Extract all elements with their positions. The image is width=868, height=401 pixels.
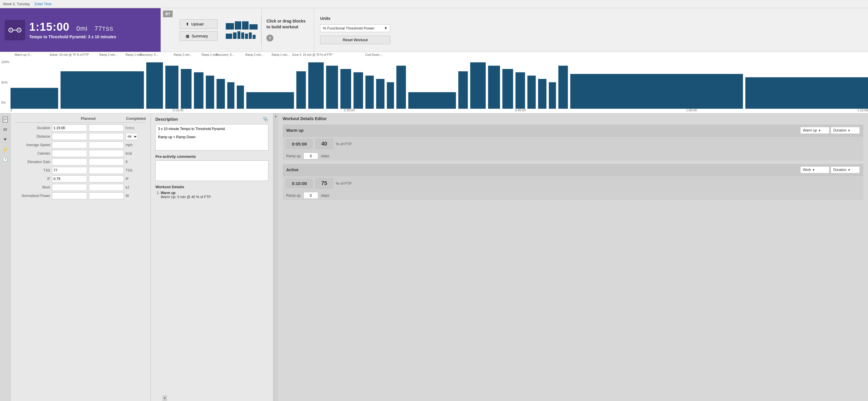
norm-power-planned[interactable] (52, 192, 87, 199)
active-type-dropdown[interactable]: Work ▼ (800, 166, 830, 173)
active-pct-input[interactable]: 75 (315, 178, 333, 189)
workout-details-list: Warm up Warm Up: 5 min @ 40 % of FTP (155, 191, 269, 199)
svg-point-4 (19, 30, 20, 31)
norm-power-unit: W (126, 194, 134, 198)
active-ftp-label: % of FTP (336, 181, 352, 185)
avg-speed-planned[interactable] (52, 141, 87, 148)
work-planned[interactable] (52, 184, 87, 191)
calories-planned[interactable] (52, 150, 87, 157)
if-planned[interactable] (52, 175, 87, 182)
calories-completed[interactable] (89, 150, 124, 157)
svg-rect-17 (308, 62, 323, 109)
warmup-ramp-input[interactable] (304, 152, 318, 159)
units-label: Units (320, 16, 390, 21)
enter-time-link[interactable]: Enter Time (35, 2, 52, 6)
label-ramp2c: Ramp 2 min... (245, 53, 264, 56)
mail-icon[interactable]: ✉ (1, 126, 9, 133)
reset-workout-button[interactable]: Reset Workout (320, 36, 390, 44)
work-unit: kJ (126, 185, 134, 190)
svg-rect-20 (353, 72, 363, 109)
description-textarea[interactable]: 3 x 10 minute Tempo to Threshold Pyramid… (155, 124, 269, 150)
stat-row-avg-speed: Average Speed mph (15, 141, 146, 148)
svg-rect-35 (570, 74, 743, 109)
thumb-block[interactable] (249, 32, 252, 39)
detail-sub-warmup: Warm Up: 5 min @ 40 % of FTP (161, 195, 211, 199)
svg-point-3 (10, 30, 11, 31)
pre-activity-textarea[interactable] (155, 161, 269, 181)
thumb-block[interactable] (226, 34, 232, 39)
work-completed[interactable] (89, 184, 124, 191)
warmup-pct-input[interactable]: 40 (315, 139, 333, 149)
thumb-block[interactable] (242, 21, 249, 30)
distance-planned[interactable] (52, 133, 87, 140)
label-ramp1a: Ramp 1 min... (126, 53, 144, 56)
thumb-block[interactable] (249, 24, 257, 30)
workout-time: 1:15:00 0mi 77TSS (29, 21, 116, 33)
stat-label-norm-power: Normalized Power (15, 194, 50, 198)
duration-completed[interactable] (89, 124, 124, 132)
stat-label-distance: Distance (15, 135, 50, 139)
dropdown-arrow-icon: ▼ (384, 26, 388, 30)
help-icon[interactable]: ? (266, 34, 273, 41)
x-label-45: 0:45:00 (515, 109, 526, 112)
description-scroll-down[interactable]: ▼ (162, 395, 167, 401)
active-time-input[interactable]: 0:10:00 (286, 179, 312, 188)
summary-button[interactable]: ▦ Summary (180, 31, 218, 41)
distance-unit-select[interactable]: mikm (126, 133, 138, 140)
x-label-30: 0:30:00 (344, 109, 354, 112)
thumb-block[interactable] (241, 32, 244, 39)
editor-section-active-header: Active Work ▼ Duration ▼ (283, 164, 863, 176)
tss-completed[interactable] (89, 167, 124, 174)
elevation-planned[interactable] (52, 159, 87, 166)
clock-icon[interactable]: 🕐 (1, 155, 9, 163)
thumb-block[interactable] (226, 23, 234, 30)
file-icon[interactable] (1, 116, 9, 123)
duration-planned[interactable] (52, 124, 87, 132)
units-dropdown[interactable]: % Functional Threshold Power ▼ (320, 24, 390, 32)
thumb-block[interactable] (245, 34, 248, 39)
active-duration-dropdown[interactable]: Duration ▼ (831, 166, 860, 173)
bolt-icon[interactable]: ⚡ (1, 146, 9, 153)
thumb-block[interactable] (235, 21, 241, 30)
chart-area: Warm up: 5... Active: 10 min @ 75 % of F… (0, 52, 868, 113)
label-active: Active: 10 min @ 75 % of FTP (50, 53, 89, 56)
warmup-duration-value: Duration (833, 128, 846, 133)
warmup-type-dropdown[interactable]: Warm up ▼ (800, 127, 830, 134)
active-ramp-input[interactable] (304, 192, 318, 199)
avg-speed-unit: mph (126, 143, 134, 147)
thumb-block[interactable] (238, 31, 240, 39)
svg-rect-15 (246, 92, 294, 109)
distance-completed[interactable] (89, 133, 124, 140)
thumb-block[interactable] (253, 35, 255, 39)
stat-label-duration: Duration (15, 126, 50, 130)
calories-unit: kcal (126, 151, 134, 155)
svg-rect-24 (396, 66, 406, 109)
svg-rect-14 (237, 86, 244, 109)
norm-power-completed[interactable] (89, 192, 124, 199)
stat-row-if: IF IF (15, 175, 146, 182)
tss-planned[interactable] (52, 167, 87, 174)
warmup-ftp-label: % of FTP (336, 142, 352, 146)
scroll-up-icon[interactable]: ▲ (274, 115, 277, 118)
upload-button[interactable]: ⬆ Upload (180, 19, 218, 29)
warmup-duration-dropdown[interactable]: Duration ▼ (831, 127, 860, 134)
heart-icon[interactable]: ♥ (1, 136, 9, 143)
if-completed[interactable] (89, 175, 124, 182)
svg-rect-33 (549, 82, 556, 109)
label-recovery2: Recovery: 5... (216, 53, 234, 56)
active-ramp-row: Ramp up steps (283, 191, 863, 200)
thumb-block[interactable] (233, 32, 237, 39)
stat-row-norm-power: Normalized Power W (15, 192, 146, 199)
x-label-0: 0 (10, 109, 12, 112)
elevation-completed[interactable] (89, 159, 124, 166)
workout-info: 1:15:00 0mi 77TSS Tempo to Threshold Pyr… (29, 21, 116, 39)
warmup-time-input[interactable]: 0:05:00 (286, 139, 312, 148)
y-label-50: 50% (1, 81, 9, 84)
workout-name: Tempo to Threshold Pyramid: 3 x 10 minut… (29, 34, 116, 39)
stat-label-avg-speed: Average Speed (15, 143, 50, 147)
svg-rect-23 (387, 82, 394, 109)
tss-display: 77TSS (95, 25, 114, 32)
svg-rect-22 (376, 79, 385, 109)
avg-speed-completed[interactable] (89, 141, 124, 148)
label-zone2: Zone 2: 15 min @ 70 % of FTP (292, 53, 332, 56)
